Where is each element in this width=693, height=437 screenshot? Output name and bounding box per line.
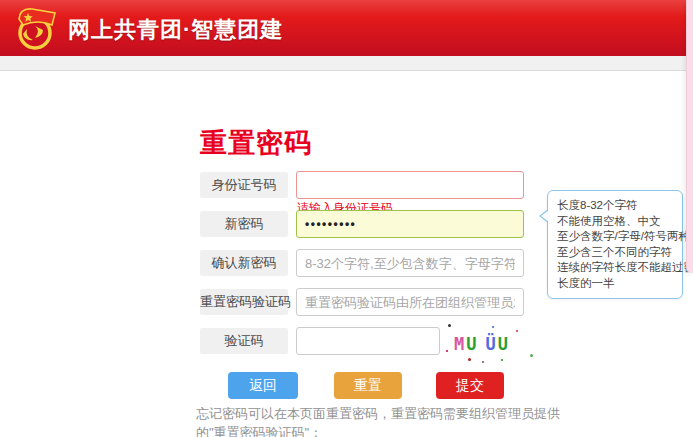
app-header: 网上共青团·智慧团建 [0,0,693,56]
captcha-text: MUÜU [454,334,510,354]
captcha-noise [492,326,494,328]
tooltip-line: 至少含三个不同的字符 [557,245,676,261]
captcha-noise [516,330,518,332]
submit-button[interactable]: 提交 [436,372,504,399]
tooltip-arrow-icon [539,209,548,223]
captcha-noise [482,361,484,363]
page-title: 重置密码 [200,125,312,161]
footer-note-line1: 忘记密码可以在本页面重置密码，重置密码需要组织管理员提供 [196,405,560,423]
new-password-label: 新密码 [200,211,288,237]
captcha-input[interactable] [296,327,440,355]
subheader-bar [0,56,693,71]
reset-code-input[interactable] [296,288,524,316]
confirm-password-input[interactable] [296,249,524,277]
id-number-input[interactable] [296,171,524,199]
captcha-noise [446,350,448,352]
tooltip-line: 长度的一半 [557,276,676,292]
captcha-noise [501,359,503,361]
reset-button[interactable]: 重置 [334,372,402,399]
password-rules-tooltip: 长度8-32个字符 不能使用空格、中文 至少含数字/字母/符号两种组合 至少含三… [547,190,683,299]
id-number-label: 身份证号码 [200,172,288,198]
league-emblem-logo [10,4,58,52]
captcha-char: U [498,334,510,354]
back-button[interactable]: 返回 [228,372,298,399]
tooltip-line: 不能使用空格、中文 [557,214,676,230]
right-edge-panel [686,0,693,273]
captcha-char: M [454,334,466,354]
footer-note-line2: 的"重置密码验证码"； [196,424,322,437]
captcha-noise [448,324,451,327]
reset-password-page: 网上共青团·智慧团建 重置密码 身份证号码 请输入身份证号码 新密码 确认新密码… [0,0,693,437]
captcha-noise [468,358,471,361]
tooltip-line: 至少含数字/字母/符号两种组合 [557,229,676,245]
tooltip-line: 连续的字符长度不能超过密码 [557,260,676,276]
captcha-label: 验证码 [200,328,288,354]
confirm-password-label: 确认新密码 [200,250,288,276]
tooltip-line: 长度8-32个字符 [557,198,676,214]
captcha-char: Ü [486,334,498,354]
new-password-input[interactable] [296,210,524,238]
captcha-char: U [466,334,478,354]
reset-code-label: 重置密码验证码 [200,289,288,315]
app-title: 网上共青团·智慧团建 [68,15,283,45]
captcha-noise [530,354,533,357]
captcha-image[interactable]: MUÜU [446,324,538,366]
